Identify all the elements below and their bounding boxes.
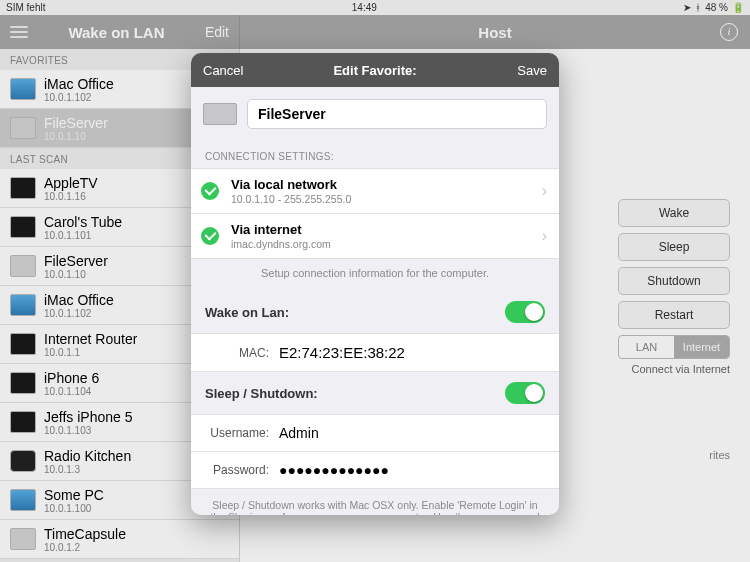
check-icon: [201, 227, 219, 245]
sleep-label: Sleep / Shutdown:: [205, 386, 318, 401]
password-row: Password:: [191, 452, 559, 489]
server-icon: [203, 103, 237, 125]
sleep-toggle[interactable]: [505, 382, 545, 404]
save-button[interactable]: Save: [517, 63, 547, 78]
cancel-button[interactable]: Cancel: [203, 63, 243, 78]
modal-body[interactable]: CONNECTION SETTINGS: Via local network 1…: [191, 87, 559, 515]
via-local-row[interactable]: Via local network 10.0.1.10 - 255.255.25…: [191, 168, 559, 214]
sleep-hint: Sleep / Shutdown works with Mac OSX only…: [191, 489, 559, 515]
connection-hint: Setup connection information for the com…: [191, 259, 559, 291]
password-input[interactable]: [279, 462, 545, 478]
sleep-shutdown-row: Sleep / Shutdown:: [191, 372, 559, 414]
mac-row: MAC:: [191, 333, 559, 372]
check-icon: [201, 182, 219, 200]
chevron-right-icon: ›: [542, 227, 547, 245]
username-row: Username:: [191, 414, 559, 452]
favorite-name-input[interactable]: [247, 99, 547, 129]
modal-header: Cancel Edit Favorite: Save: [191, 53, 559, 87]
via-internet-sub: imac.dyndns.org.com: [231, 238, 542, 250]
via-internet-row[interactable]: Via internet imac.dyndns.org.com ›: [191, 214, 559, 259]
mac-input[interactable]: [279, 344, 545, 361]
connection-settings-header: CONNECTION SETTINGS:: [191, 141, 559, 168]
wol-row: Wake on Lan:: [191, 291, 559, 333]
mac-label: MAC:: [205, 346, 269, 360]
modal-title: Edit Favorite:: [191, 63, 559, 78]
chevron-right-icon: ›: [542, 182, 547, 200]
wol-toggle[interactable]: [505, 301, 545, 323]
via-local-title: Via local network: [231, 177, 542, 192]
via-internet-title: Via internet: [231, 222, 542, 237]
username-input[interactable]: [279, 425, 545, 441]
via-local-sub: 10.0.1.10 - 255.255.255.0: [231, 193, 542, 205]
password-label: Password:: [205, 463, 269, 477]
username-label: Username:: [205, 426, 269, 440]
edit-favorite-modal: Cancel Edit Favorite: Save CONNECTION SE…: [191, 53, 559, 515]
wol-label: Wake on Lan:: [205, 305, 289, 320]
